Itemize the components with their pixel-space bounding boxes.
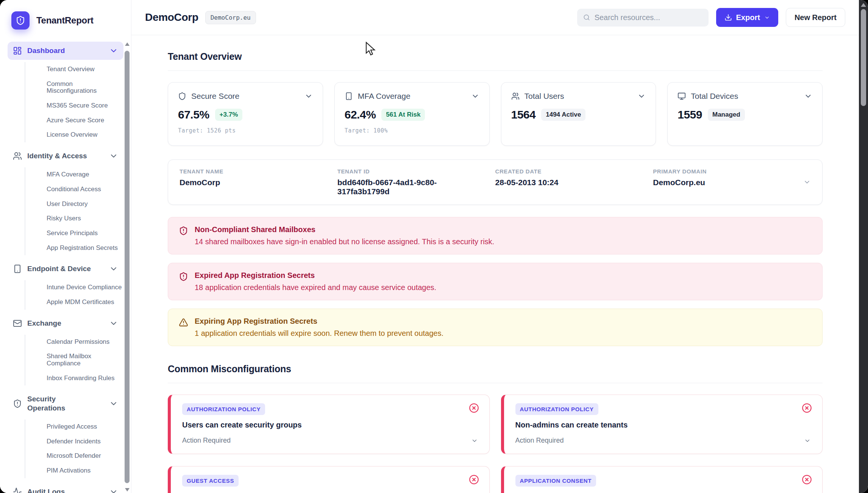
sidebar-subitems: Intune Device ComplianceApple MDM Certif… (25, 280, 123, 309)
page-title: DemoCorp (145, 11, 198, 23)
scroll-down-arrow-icon[interactable] (125, 488, 130, 491)
kpi-card-header: Secure Score (178, 92, 313, 101)
sidebar-section-header[interactable]: Endpoint & Device (8, 260, 123, 278)
sidebar-subitem[interactable]: Risky Users (25, 211, 123, 226)
failed-check-icon (469, 403, 479, 413)
tenant-info-label: PRIMARY DOMAIN (653, 168, 803, 175)
scroll-up-arrow-icon[interactable] (861, 3, 866, 7)
sidebar-subitem[interactable]: Apple MDM Certificates (25, 295, 123, 310)
chevron-down-icon (109, 46, 118, 55)
sidebar-section-header[interactable]: Security Operations (8, 390, 123, 417)
tenant-info-field: TENANT NAME DemoCorp (180, 168, 330, 196)
sidebar-subitems: Privileged AccessDefender IncidentsMicro… (25, 420, 123, 478)
misconfiguration-footer[interactable]: Action Required (515, 437, 811, 445)
browser-scrollbar[interactable] (859, 0, 868, 493)
tenant-info-expand-button[interactable] (803, 178, 811, 186)
sidebar-subitem[interactable]: Service Principals (25, 226, 123, 241)
sidebar-subitem[interactable]: App Registration Secrets (25, 241, 123, 256)
kpi-cards: Secure Score 67.5% +3.7% Target: 1526 pt… (168, 82, 823, 146)
sidebar-section-header[interactable]: Dashboard (8, 42, 123, 60)
sidebar-subitem[interactable]: Calendar Permissions (25, 335, 123, 349)
section-title-tenant-overview: Tenant Overview (168, 51, 823, 62)
alert-body: Expiring App Registration Secrets 1 appl… (195, 317, 443, 338)
tenant-info-value: bdd640fb-0667-4ad1-9c80-317fa3b1799d (337, 178, 488, 196)
kpi-value-row: 1564 1494 Active (511, 108, 646, 121)
kpi-expand-button[interactable] (804, 92, 812, 100)
kpi-target: Target: 1526 pts (178, 127, 313, 134)
sidebar-section: Endpoint & Device Intune Device Complian… (8, 260, 123, 309)
download-icon (724, 14, 732, 21)
sidebar-subitem[interactable]: Azure Secure Score (25, 113, 123, 128)
alert-description: 18 application credentials have expired … (195, 283, 436, 292)
sidebar-scrollbar[interactable] (124, 42, 130, 491)
kpi-value: 67.5% (178, 108, 209, 121)
sidebar-subitem[interactable]: Common Misconfigurations (25, 77, 123, 98)
tenant-info-field: CREATED DATE 28-05-2013 10:24 (495, 168, 646, 196)
kpi-value: 1564 (511, 108, 536, 121)
kpi-value: 62.4% (345, 108, 376, 121)
new-report-button[interactable]: New Report (786, 8, 845, 27)
domain-badge: DemoCorp.eu (205, 11, 256, 24)
sidebar-subitem[interactable]: User Directory (25, 197, 123, 212)
sidebar-subitem[interactable]: License Overview (25, 128, 123, 142)
export-button[interactable]: Export (716, 8, 778, 27)
kpi-expand-button[interactable] (304, 92, 313, 100)
alert-description: 1 application credentials will expire so… (195, 329, 443, 338)
shield-alert-icon (179, 272, 188, 281)
sidebar-subitem[interactable]: Microsoft Defender (25, 449, 123, 463)
users-icon (511, 92, 520, 100)
chevron-down-icon (109, 264, 118, 273)
kpi-target: Target: 100% (345, 127, 479, 134)
sidebar-subitem[interactable]: MFA Coverage (25, 167, 123, 182)
kpi-expand-button[interactable] (471, 92, 479, 100)
kpi-card-header: Total Devices (678, 92, 812, 101)
kpi-card-header: Total Users (511, 92, 646, 101)
sidebar-section: Identity & Access MFA CoverageConditiona… (8, 147, 123, 255)
shield-alert-icon (16, 16, 25, 25)
browser-scrollbar-thumb[interactable] (861, 9, 866, 106)
tenant-info-label: TENANT NAME (180, 168, 330, 175)
sidebar-subitem[interactable]: Inbox Forwarding Rules (25, 371, 123, 386)
sidebar-section-header[interactable]: Audit Logs (8, 483, 123, 493)
sidebar-section-label: Endpoint & Device (27, 264, 91, 273)
misconfiguration-expand-button[interactable] (804, 437, 811, 444)
monitor-icon (678, 92, 686, 100)
sidebar-subitem[interactable]: Tenant Overview (25, 62, 123, 77)
sidebar-subitem[interactable]: Conditional Access (25, 182, 123, 197)
sidebar-subitem[interactable]: Privileged Access (25, 420, 123, 434)
kpi-badge: +3.7% (215, 109, 243, 121)
scroll-up-arrow-icon[interactable] (125, 42, 130, 46)
main-area: DemoCorp DemoCorp.eu Export New Report T… (131, 0, 859, 493)
chevron-down-icon (109, 151, 118, 161)
shield-icon (178, 92, 186, 100)
chevron-down-icon (109, 487, 118, 493)
tenant-info-fields: TENANT NAME DemoCorp TENANT ID bdd640fb-… (180, 168, 803, 196)
sidebar-section-header[interactable]: Exchange (8, 314, 123, 332)
triangle-alert-icon (179, 318, 188, 327)
misconfiguration-card: AUTHORIZATION POLICY Non-admins can crea… (501, 395, 823, 454)
sidebar-subitem[interactable]: PIM Activations (25, 463, 123, 478)
tenant-info-label: TENANT ID (337, 168, 488, 175)
misconfiguration-expand-button[interactable] (471, 437, 478, 444)
misconfiguration-card: APPLICATION CONSENT User consent policy … (501, 466, 823, 493)
smartphone-icon (345, 92, 353, 100)
sidebar-section-label: Exchange (27, 319, 61, 328)
shield-alert-icon (179, 226, 188, 236)
kpi-expand-button[interactable] (637, 92, 646, 100)
new-report-label: New Report (795, 13, 837, 22)
kpi-card-header: MFA Coverage (345, 92, 479, 101)
alert-banner: Non-Compliant Shared Mailboxes 14 shared… (168, 217, 823, 254)
sidebar-subitem[interactable]: Defender Incidents (25, 434, 123, 449)
search-input[interactable] (595, 13, 703, 22)
sidebar-subitem[interactable]: Shared Mailbox Compliance (25, 349, 123, 371)
sidebar-subitem[interactable]: MS365 Secure Score (25, 98, 123, 113)
misconfiguration-footer[interactable]: Action Required (182, 437, 478, 445)
sidebar-subitems: MFA CoverageConditional AccessUser Direc… (25, 167, 123, 255)
sidebar-scrollbar-thumb[interactable] (125, 51, 130, 483)
search-box[interactable] (577, 9, 709, 27)
sidebar-subitem[interactable]: Intune Device Compliance (25, 280, 123, 295)
sidebar-section: Audit Logs User ModificationsGroup Modif… (8, 483, 123, 493)
sidebar-section-header[interactable]: Identity & Access (8, 147, 123, 165)
brand-name: TenantReport (36, 15, 94, 26)
kpi-label: Total Users (525, 92, 564, 101)
